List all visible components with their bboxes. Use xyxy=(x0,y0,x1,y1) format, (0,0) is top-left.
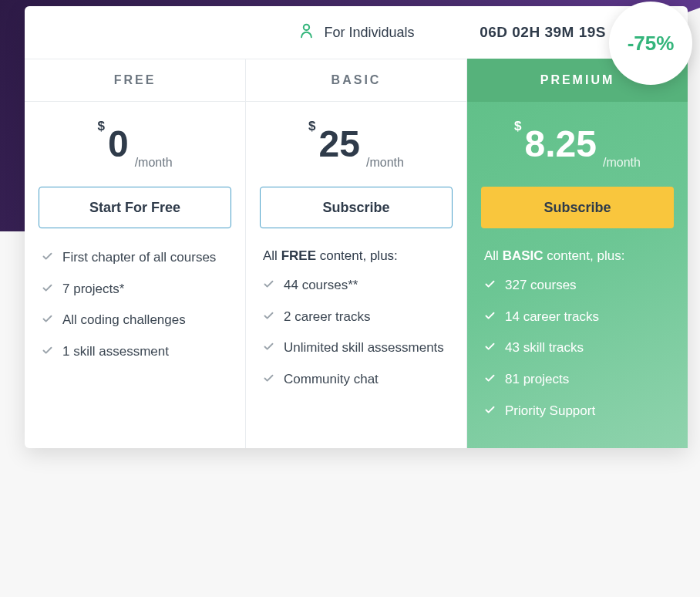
feature-text: 2 career tracks xyxy=(284,308,370,327)
currency-symbol: $ xyxy=(97,119,104,134)
feature-text: 44 courses** xyxy=(284,276,358,295)
check-icon xyxy=(263,278,274,290)
feature-text: 7 projects* xyxy=(62,280,124,299)
plan-basic-price: $ 25 /month xyxy=(246,102,466,187)
plan-free-features: First chapter of all courses7 projects*A… xyxy=(25,248,245,390)
feature-item: First chapter of all courses xyxy=(42,248,228,268)
feature-item: 14 career tracks xyxy=(484,308,671,327)
plan-free-header: FREE xyxy=(25,59,245,102)
check-icon xyxy=(263,310,274,322)
feature-text: Priority Support xyxy=(505,402,595,421)
plan-basic: BASIC $ 25 /month Subscribe All FREE con… xyxy=(245,59,466,448)
feature-item: Community chat xyxy=(263,370,449,390)
discount-badge: -75% xyxy=(609,2,692,85)
feature-text: 327 courses xyxy=(505,276,577,295)
subscribe-premium-button[interactable]: Subscribe xyxy=(481,187,674,228)
feature-item: Priority Support xyxy=(484,402,671,421)
check-icon xyxy=(263,341,274,352)
feature-text: 1 skill assessment xyxy=(62,342,169,362)
check-icon xyxy=(42,251,53,262)
price-period: /month xyxy=(366,156,404,170)
check-icon xyxy=(42,282,53,294)
feature-text: First chapter of all courses xyxy=(62,248,216,268)
check-icon xyxy=(484,341,496,352)
feature-item: 7 projects* xyxy=(42,280,228,299)
feature-text: 81 projects xyxy=(505,370,569,390)
plan-premium: PREMIUM $ 8.25 /month Subscribe All BASI… xyxy=(466,59,688,448)
plan-free: FREE $ 0 /month Start For Free First cha… xyxy=(25,59,245,448)
countdown-timer: 06D 02H 39M 19S xyxy=(480,24,606,41)
check-icon xyxy=(484,278,496,290)
feature-item: 2 career tracks xyxy=(263,308,449,327)
check-icon xyxy=(484,310,496,322)
feature-item: All coding challenges xyxy=(42,311,228,330)
feature-text: All coding challenges xyxy=(62,311,186,330)
currency-symbol: $ xyxy=(514,119,521,134)
for-individuals: For Individuals xyxy=(298,22,414,43)
check-icon xyxy=(484,404,496,416)
feature-item: 81 projects xyxy=(484,370,671,390)
subscribe-basic-button[interactable]: Subscribe xyxy=(260,187,453,228)
price-period: /month xyxy=(135,156,173,170)
price-amount: 25 xyxy=(319,126,360,163)
plan-basic-lead: All FREE content, plus: xyxy=(263,248,449,264)
feature-text: Community chat xyxy=(284,370,379,390)
feature-text: 43 skill tracks xyxy=(505,339,584,358)
feature-item: 1 skill assessment xyxy=(42,342,228,362)
pricing-card: For Individuals 06D 02H 39M 19S -75% FRE… xyxy=(25,6,688,448)
check-icon xyxy=(484,373,496,384)
feature-item: 327 courses xyxy=(484,276,671,295)
plans-row: FREE $ 0 /month Start For Free First cha… xyxy=(25,59,688,448)
start-free-button[interactable]: Start For Free xyxy=(39,187,231,228)
check-icon xyxy=(42,313,53,325)
price-period: /month xyxy=(603,156,641,170)
feature-text: 14 career tracks xyxy=(505,308,599,327)
price-amount: 8.25 xyxy=(525,126,597,163)
check-icon xyxy=(263,373,274,384)
plan-premium-features: All BASIC content, plus: 327 courses14 c… xyxy=(467,248,688,448)
user-icon xyxy=(298,22,315,43)
plan-basic-header: BASIC xyxy=(246,59,466,102)
currency-symbol: $ xyxy=(308,119,315,134)
feature-item: 44 courses** xyxy=(263,276,449,295)
check-icon xyxy=(42,345,53,356)
top-row: For Individuals 06D 02H 39M 19S xyxy=(25,6,688,59)
feature-item: Unlimited skill assessments xyxy=(263,339,449,358)
plan-free-price: $ 0 /month xyxy=(25,102,245,187)
plan-premium-price: $ 8.25 /month xyxy=(467,102,688,187)
svg-point-0 xyxy=(304,24,309,29)
price-amount: 0 xyxy=(108,126,129,163)
for-individuals-label: For Individuals xyxy=(324,25,414,41)
plan-basic-features: All FREE content, plus: 44 courses**2 ca… xyxy=(246,248,466,417)
feature-text: Unlimited skill assessments xyxy=(284,339,444,358)
plan-premium-lead: All BASIC content, plus: xyxy=(484,248,671,264)
feature-item: 43 skill tracks xyxy=(484,339,671,358)
